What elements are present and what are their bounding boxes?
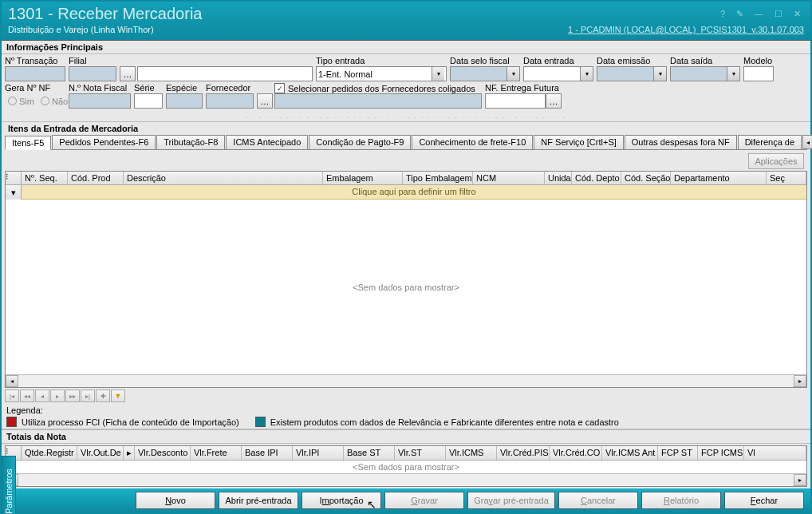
tcol-vlrst[interactable]: Vlr.ST [395,446,446,460]
input-entrega-futura[interactable] [485,93,546,109]
grid-hscroll[interactable]: ◂ ▸ [6,374,806,387]
tab-itens[interactable]: Itens-F5 [5,136,51,150]
gravar-button[interactable]: Gravar [384,492,464,509]
legend-relevancia-text: Existem produtos com dados de Relevância… [270,417,619,427]
tcol-vl[interactable]: Vl [744,446,806,460]
fechar-button[interactable]: Fechar [724,492,804,509]
minimize-icon[interactable]: — [751,9,767,19]
tcol-icms[interactable]: Vlr.ICMS [446,446,497,460]
input-filial-desc[interactable] [137,66,313,81]
gravar-pre-button[interactable]: Gravar pré-entrada [467,492,555,509]
totais-hscroll[interactable]: ◂ ▸ [6,473,806,486]
filter-icon[interactable]: ▾ [6,185,22,200]
tab-condicao[interactable]: Condição de Pagto-F9 [309,135,411,149]
input-n-nota[interactable] [69,93,131,109]
abrir-pre-button[interactable]: Abrir pré-entrada [219,492,298,509]
col-descricao[interactable]: Descrição [124,172,323,184]
novo-button[interactable]: Novo [136,492,215,509]
tab-outras[interactable]: Outras despesas fora NF [625,135,737,149]
filial-lookup-button[interactable]: … [120,66,136,81]
col-codsecao[interactable]: Cód. Seção [621,172,671,184]
title-bar: 1301 - Receber Mercadoria ? ✎ — ☐ ✕ Dist… [2,2,810,40]
close-icon[interactable]: ✕ [790,9,804,19]
edit-icon[interactable]: ✎ [733,9,747,19]
nav-next[interactable]: ▸ [50,389,65,402]
input-filial[interactable] [69,66,116,81]
tab-diferenca[interactable]: Diferença de [738,135,802,149]
label-coligados: Selecionar pedidos dos Fornecedores coli… [288,84,475,93]
input-serie[interactable] [134,93,163,109]
connection-info: 1 - PCADMIN (LOCAL@LOCAL) PCSIS1301 v.30… [568,25,804,34]
legend-fci-color [6,417,17,427]
nav-prevpage[interactable]: ◂◂ [20,389,34,402]
label-serie: Série [134,83,163,93]
splitter-handle[interactable]: · · · · · · · · · · · · · · · · · · · · … [2,113,810,121]
tcol-icmsant[interactable]: Vlr.ICMS Ant [602,446,658,460]
tcol-baseipi[interactable]: Base IPI [242,446,293,460]
tcol-credpis[interactable]: Vlr.Créd.PIS [497,446,550,460]
label-n-nota: N.º Nota Fiscal [69,83,131,93]
tcol-credco[interactable]: Vlr.Créd.CO [550,446,602,460]
importacao-button[interactable]: Importação [302,492,381,509]
input-transacao[interactable] [5,66,65,81]
col-seq[interactable]: Nº. Seq. [22,172,68,184]
tab-scroll-left[interactable]: ◂ [802,135,812,149]
nav-bookmark[interactable]: ✚ [96,389,110,402]
label-entrega-futura: NF. Entrega Futura [485,83,562,93]
tcol-basest[interactable]: Base ST [344,446,395,460]
nav-last[interactable]: ▸| [81,389,95,402]
tab-pedidos[interactable]: Pedidos Pendentes-F6 [52,135,156,149]
col-embalagem[interactable]: Embalagem [323,172,403,184]
maximize-icon[interactable]: ☐ [771,9,786,19]
tcol-frete[interactable]: Vlr.Frete [191,446,242,460]
radio-gera-nf[interactable]: Sim Não [5,93,65,109]
input-fornecedor-cod[interactable] [206,93,254,109]
input-data-selo[interactable]: ▾ [450,66,520,81]
input-data-entrada[interactable]: ▾ [523,66,593,81]
label-data-saida: Data saída [670,56,740,65]
relatorio-button[interactable]: Relatório [641,492,721,509]
tab-tributacao[interactable]: Tributação-F8 [156,135,225,149]
label-modelo: Modelo [743,56,774,65]
combo-tipo-entrada[interactable]: 1-Ent. Normal ▾ [316,66,447,81]
col-ncm[interactable]: NCM [473,172,545,184]
tcol-fcpst[interactable]: FCP ST [658,446,698,460]
input-data-saida[interactable]: ▾ [670,66,740,81]
scroll-left-icon[interactable]: ◂ [6,375,18,387]
nav-prev[interactable]: ◂ [35,389,49,402]
fornecedor-lookup-button[interactable]: … [257,93,273,109]
tcol-vlripi[interactable]: Vlr.IPI [293,446,344,460]
nav-nextpage[interactable]: ▸▸ [65,389,80,402]
tcol-fcpicms[interactable]: FCP ICMS [698,446,744,460]
col-tipoemb[interactable]: Tipo Embalagem [403,172,473,184]
entrega-futura-lookup-button[interactable]: … [546,93,562,109]
tcol-arrow[interactable]: ▸ [124,446,135,460]
col-secao[interactable]: Seç [767,172,806,184]
tab-frete[interactable]: Conhecimento de frete-F10 [412,135,533,149]
col-depto[interactable]: Departamento [671,172,767,184]
input-especie[interactable] [166,93,203,109]
tab-icms[interactable]: ICMS Antecipado [226,135,308,149]
nav-first[interactable]: |◂ [5,389,19,402]
input-modelo[interactable] [743,66,774,81]
scroll-right-icon[interactable]: ▸ [794,474,806,486]
tcol-outdesp[interactable]: Vlr.Out.De [77,446,124,460]
help-icon[interactable]: ? [717,9,728,19]
col-codprod[interactable]: Cód. Prod [68,172,124,184]
input-data-emissao[interactable]: ▾ [597,66,667,81]
parametros-side-tab[interactable]: Parâmetros [2,456,16,514]
aplicacoes-button[interactable]: Aplicações [748,153,804,169]
input-fornecedor-nome[interactable] [274,93,482,109]
checkbox-coligados[interactable]: ✓ [274,83,285,93]
col-unidade[interactable]: Unida [545,172,572,184]
scroll-right-icon[interactable]: ▸ [794,375,806,387]
grid-filter-row[interactable]: Clique aqui para definir um filtro [22,185,806,200]
tcol-qtde[interactable]: Qtde.Registr [22,446,77,460]
cancelar-button[interactable]: Cancelar [558,492,638,509]
col-coddepto[interactable]: Cód. Depto [572,172,621,184]
tcol-desc[interactable]: Vlr.Desconto [135,446,191,460]
label-transacao: Nº Transação [5,56,65,65]
grid-selector-stub[interactable]: ⁝ [6,172,22,184]
nav-filter-toggle[interactable]: ▼ [111,389,125,402]
tab-nfservico[interactable]: NF Serviço [Crtl+S] [534,135,623,149]
